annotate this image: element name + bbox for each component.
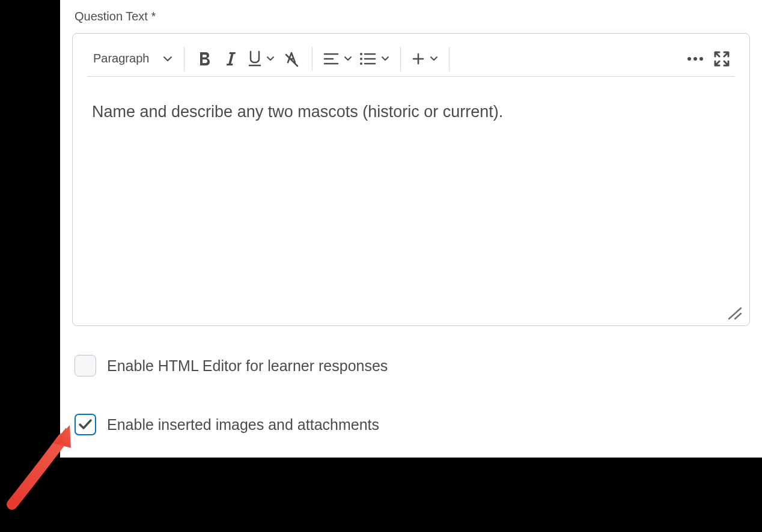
rich-text-editor: Paragraph: [72, 33, 750, 326]
enable-images-attachments-checkbox[interactable]: [75, 414, 96, 435]
underline-button[interactable]: [245, 46, 278, 72]
svg-point-13: [687, 57, 691, 61]
resize-handle-icon[interactable]: [724, 306, 742, 321]
insert-button[interactable]: [408, 46, 442, 72]
bold-button[interactable]: [192, 46, 218, 72]
enable-images-attachments-label: Enable inserted images and attachments: [107, 416, 379, 434]
enable-html-editor-row: Enable HTML Editor for learner responses: [75, 355, 750, 376]
svg-line-16: [729, 308, 741, 319]
chevron-down-icon: [163, 55, 172, 63]
enable-html-editor-label: Enable HTML Editor for learner responses: [107, 357, 388, 375]
format-select[interactable]: Paragraph: [92, 49, 177, 68]
chevron-down-icon: [344, 55, 352, 63]
fullscreen-button[interactable]: [709, 46, 735, 72]
divider: [400, 47, 401, 71]
list-button[interactable]: [356, 46, 393, 72]
divider: [312, 47, 312, 71]
font-color-button[interactable]: [278, 46, 305, 72]
svg-point-6: [360, 58, 362, 60]
chevron-down-icon: [381, 55, 389, 63]
svg-point-7: [360, 62, 362, 65]
svg-point-14: [693, 57, 697, 61]
svg-line-17: [735, 313, 741, 319]
italic-button[interactable]: [218, 46, 245, 72]
question-text-panel: Question Text * Paragraph: [60, 0, 762, 458]
chevron-down-icon: [430, 55, 438, 63]
checkmark-icon: [78, 419, 93, 431]
svg-point-15: [700, 57, 703, 61]
editor-toolbar: Paragraph: [87, 41, 735, 77]
enable-html-editor-checkbox[interactable]: [75, 355, 96, 376]
align-button[interactable]: [320, 46, 356, 72]
divider: [449, 47, 450, 71]
chevron-down-icon: [266, 55, 275, 63]
divider: [184, 47, 184, 71]
format-select-label: Paragraph: [93, 52, 149, 65]
more-button[interactable]: [682, 46, 709, 72]
svg-line-1: [286, 55, 297, 66]
editor-content-area[interactable]: Name and describe any two mascots (histo…: [87, 77, 735, 148]
field-label: Question Text *: [75, 10, 750, 23]
enable-images-attachments-row: Enable inserted images and attachments: [75, 414, 750, 435]
svg-point-5: [360, 53, 362, 55]
